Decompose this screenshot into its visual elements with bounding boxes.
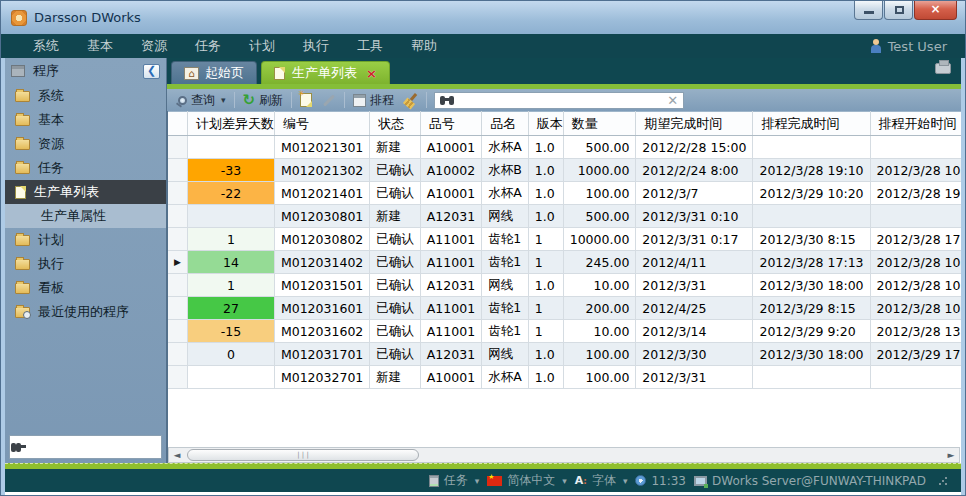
sidebar-item[interactable]: 系统 xyxy=(5,84,166,108)
cell-qty[interactable]: 100.00 xyxy=(563,366,636,389)
cell-selector[interactable] xyxy=(168,182,187,205)
cell-sched_start[interactable]: 2012/3/29 17:46 xyxy=(870,343,961,366)
cell-sched_start[interactable]: 2012/3/28 13:40 xyxy=(870,320,961,343)
resize-grip[interactable] xyxy=(938,476,947,485)
sidebar-item[interactable]: 最近使用的程序 xyxy=(5,300,166,324)
close-button[interactable]: × xyxy=(914,1,957,20)
column-header[interactable]: 排程完成时间 xyxy=(753,112,870,136)
toolbar-search-clear-icon[interactable]: ✕ xyxy=(667,93,678,108)
cell-sched_start[interactable]: 2012/3/28 19:10 xyxy=(870,182,961,205)
cell-status[interactable]: 已确认 xyxy=(370,159,421,182)
tab-home[interactable]: ⌂ 起始页 xyxy=(171,61,257,84)
printer-icon[interactable] xyxy=(935,63,951,74)
cell-sched_start[interactable] xyxy=(870,136,961,159)
menu-item[interactable]: 执行 xyxy=(289,34,343,58)
column-header[interactable]: 数量 xyxy=(563,112,636,136)
cell-no[interactable]: M012031701 xyxy=(274,343,369,366)
cell-sched_end[interactable]: 2012/3/30 18:00 xyxy=(753,343,870,366)
table-row[interactable]: 0M012031701已确认A12031网线1.0100.002012/3/30… xyxy=(168,343,961,366)
cell-status[interactable]: 已确认 xyxy=(370,343,421,366)
cell-ver[interactable]: 1 xyxy=(528,297,563,320)
cell-due[interactable]: 2012/4/25 xyxy=(636,297,753,320)
table-row[interactable]: M012030801新建A12031网线1.0500.002012/3/31 0… xyxy=(168,205,961,228)
horizontal-scrollbar[interactable]: ◄ ► xyxy=(168,447,960,463)
cell-diff[interactable]: -15 xyxy=(187,320,274,343)
column-header[interactable]: 品名 xyxy=(482,112,529,136)
cell-name[interactable]: 网线 xyxy=(482,343,529,366)
sidebar-item[interactable]: 资源 xyxy=(5,132,166,156)
cell-sched_end[interactable]: 2012/3/30 8:15 xyxy=(753,228,870,251)
cell-name[interactable]: 齿轮1 xyxy=(482,251,529,274)
cell-diff[interactable] xyxy=(187,366,274,389)
cell-due[interactable]: 2012/3/14 xyxy=(636,320,753,343)
cell-sched_start[interactable]: 2012/3/28 17:13 xyxy=(870,228,961,251)
table-row[interactable]: 1M012030802已确认A11001齿轮1110000.002012/3/3… xyxy=(168,228,961,251)
table-row[interactable]: ▶14M012031402已确认A11001齿轮11245.002012/4/1… xyxy=(168,251,961,274)
table-row[interactable]: -22M012021401已确认A10001水杯A1.0100.002012/3… xyxy=(168,182,961,205)
column-header[interactable]: 期望完成时间 xyxy=(636,112,753,136)
table-row[interactable]: 27M012031601已确认A11001齿轮11200.002012/4/25… xyxy=(168,297,961,320)
table-row[interactable]: -15M012031602已确认A11001齿轮1110.002012/3/14… xyxy=(168,320,961,343)
cell-selector[interactable] xyxy=(168,228,187,251)
cell-status[interactable]: 已确认 xyxy=(370,228,421,251)
cell-no[interactable]: M012030802 xyxy=(274,228,369,251)
cell-qty[interactable]: 10.00 xyxy=(563,320,636,343)
cell-no[interactable]: M012031602 xyxy=(274,320,369,343)
cell-qty[interactable]: 500.00 xyxy=(563,136,636,159)
cell-name[interactable]: 齿轮1 xyxy=(482,297,529,320)
sidebar-item[interactable]: 基本 xyxy=(5,108,166,132)
cell-item[interactable]: A10001 xyxy=(420,182,481,205)
cell-qty[interactable]: 10000.00 xyxy=(563,228,636,251)
sidebar-search-input[interactable] xyxy=(22,440,177,454)
cell-status[interactable]: 新建 xyxy=(370,205,421,228)
cell-item[interactable]: A10002 xyxy=(420,159,481,182)
cell-sched_end[interactable]: 2012/3/30 18:00 xyxy=(753,274,870,297)
minimize-button[interactable] xyxy=(854,1,883,20)
cell-diff[interactable]: 14 xyxy=(187,251,274,274)
column-header[interactable]: 计划差异天数 xyxy=(187,112,274,136)
cell-ver[interactable]: 1.0 xyxy=(528,136,563,159)
cell-due[interactable]: 2012/3/31 0:10 xyxy=(636,205,753,228)
column-header[interactable]: 品号 xyxy=(420,112,481,136)
cell-sched_end[interactable]: 2012/3/29 10:20 xyxy=(753,182,870,205)
cell-status[interactable]: 新建 xyxy=(370,136,421,159)
cell-qty[interactable]: 200.00 xyxy=(563,297,636,320)
cell-diff[interactable]: -33 xyxy=(187,159,274,182)
font-selector[interactable]: A 字体 ▾ xyxy=(575,472,628,489)
cell-selector[interactable] xyxy=(168,320,187,343)
cell-selector[interactable] xyxy=(168,297,187,320)
tab-close-icon[interactable]: × xyxy=(366,66,377,81)
cell-sched_start[interactable]: 2012/3/28 10:52 xyxy=(870,251,961,274)
cell-name[interactable]: 齿轮1 xyxy=(482,228,529,251)
cell-status[interactable]: 新建 xyxy=(370,366,421,389)
column-header[interactable]: 排程开始时间 xyxy=(870,112,961,136)
cell-no[interactable]: M012032701 xyxy=(274,366,369,389)
cell-diff[interactable]: 27 xyxy=(187,297,274,320)
refresh-button[interactable]: ↻ 刷新 xyxy=(238,92,289,109)
current-row-arrow-icon[interactable]: ▶ xyxy=(168,251,187,274)
cell-no[interactable]: M012021302 xyxy=(274,159,369,182)
cell-due[interactable]: 2012/2/28 15:00 xyxy=(636,136,753,159)
column-header[interactable] xyxy=(168,112,187,136)
cell-status[interactable]: 已确认 xyxy=(370,251,421,274)
maximize-button[interactable] xyxy=(884,1,913,20)
cell-name[interactable]: 水杯A xyxy=(482,136,529,159)
menu-item[interactable]: 基本 xyxy=(73,34,127,58)
cell-ver[interactable]: 1.0 xyxy=(528,343,563,366)
cell-no[interactable]: M012031402 xyxy=(274,251,369,274)
cell-qty[interactable]: 500.00 xyxy=(563,205,636,228)
tab-production-order-list[interactable]: 生产单列表 × xyxy=(261,61,390,84)
task-status-button[interactable]: 任务 ▾ xyxy=(429,472,480,489)
cell-diff[interactable] xyxy=(187,205,274,228)
sidebar-item[interactable]: 生产单列表 xyxy=(5,180,166,204)
language-selector[interactable]: 简体中文 ▾ xyxy=(487,472,567,489)
cell-ver[interactable]: 1.0 xyxy=(528,205,563,228)
cell-sched_start[interactable]: 2012/3/28 10:52 xyxy=(870,274,961,297)
cell-ver[interactable]: 1 xyxy=(528,320,563,343)
cell-diff[interactable]: 0 xyxy=(187,343,274,366)
cell-name[interactable]: 网线 xyxy=(482,274,529,297)
scroll-right-icon[interactable]: ► xyxy=(943,448,959,462)
sidebar-item[interactable]: 看板 xyxy=(5,276,166,300)
query-dropdown-caret-icon[interactable]: ▾ xyxy=(221,95,226,105)
cell-diff[interactable] xyxy=(187,136,274,159)
